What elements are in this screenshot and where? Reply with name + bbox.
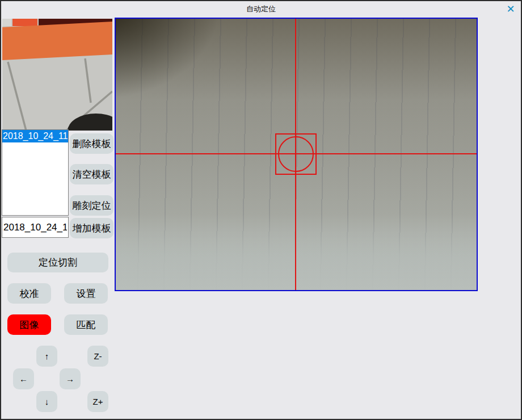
- thumbnail-image: [2, 19, 112, 131]
- jog-z-minus-button[interactable]: Z-: [87, 346, 108, 367]
- window-title: 自动定位: [1, 1, 521, 16]
- close-icon[interactable]: ✕: [504, 3, 517, 15]
- match-button[interactable]: 匹配: [64, 314, 108, 335]
- settings-button[interactable]: 设置: [64, 283, 108, 304]
- image-button[interactable]: 图像: [7, 314, 51, 335]
- template-thumbnail: [2, 19, 112, 131]
- template-list[interactable]: 2018_10_24_11: [2, 129, 69, 216]
- position-cut-button[interactable]: 定位切割: [7, 253, 108, 272]
- titlebar: 自动定位 ✕: [1, 1, 521, 17]
- jog-right-button[interactable]: →: [60, 368, 81, 389]
- auto-positioning-dialog: 自动定位 ✕ 2018_10_24_11 删除模板 清空模板 雕刻定位 增加模板…: [0, 0, 522, 420]
- jog-down-button[interactable]: ↓: [36, 391, 57, 412]
- jog-left-button[interactable]: ←: [13, 368, 34, 389]
- camera-viewport[interactable]: [115, 18, 478, 291]
- calibrate-button[interactable]: 校准: [7, 283, 51, 304]
- jog-z-plus-button[interactable]: Z+: [87, 391, 108, 412]
- template-name-input[interactable]: [2, 217, 69, 238]
- clear-templates-button[interactable]: 清空模板: [70, 164, 113, 184]
- engrave-position-button[interactable]: 雕刻定位: [70, 195, 113, 216]
- add-template-button[interactable]: 增加模板: [70, 218, 113, 238]
- jog-up-button[interactable]: ↑: [36, 346, 57, 367]
- target-circle-overlay: [278, 136, 314, 172]
- template-list-item[interactable]: 2018_10_24_11: [2, 130, 68, 142]
- delete-template-button[interactable]: 删除模板: [70, 133, 113, 154]
